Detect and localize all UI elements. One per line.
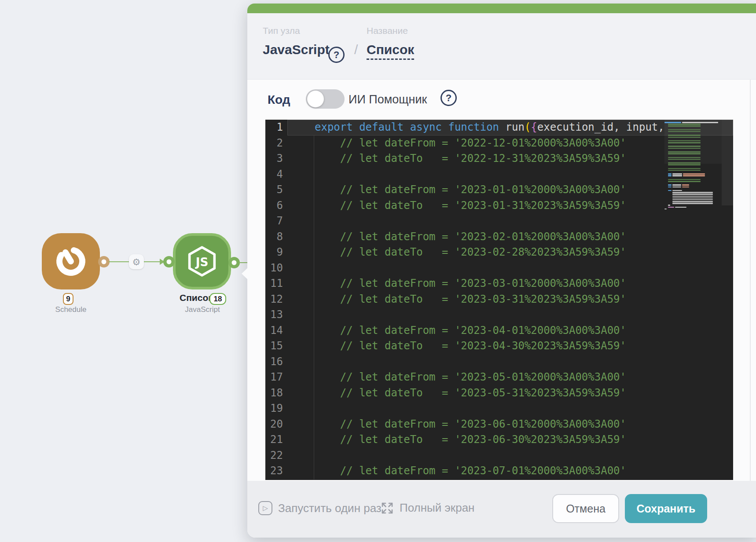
run-once-label: Запустить один раз [278, 502, 382, 515]
schedule-output-port[interactable] [98, 256, 110, 267]
code-editor[interactable]: 1export default async function run({exec… [265, 120, 733, 480]
nodejs-js-icon: JS [186, 245, 218, 277]
line-number: 14 [265, 323, 283, 339]
help-icon[interactable]: ? [328, 47, 345, 63]
minimap-row [664, 209, 733, 210]
toggle-knob [307, 91, 324, 107]
line-number: 5 [265, 182, 283, 198]
code-line: 9 // let dateTo = '2023-02-28%2023%3A59%… [265, 245, 733, 260]
code-section-label: Код [268, 93, 290, 107]
play-icon: ▷ [258, 501, 272, 515]
editor-scrollbar[interactable] [722, 120, 733, 205]
line-number: 1 [265, 120, 283, 136]
fullscreen-label: Полный экран [400, 501, 474, 515]
javascript-node-name: Список [180, 293, 213, 303]
minimap-viewport [664, 120, 722, 164]
line-number: 19 [265, 401, 283, 417]
connection-settings-gear-icon[interactable]: ⚙ [129, 254, 144, 269]
cancel-button[interactable]: Отмена [552, 494, 619, 523]
port-dot [167, 260, 172, 264]
code-line: 16 [265, 354, 733, 370]
modal-accent-bar [247, 4, 756, 13]
code-line: 21 // let dateTo = '2023-06-30%2023%3A59… [265, 432, 733, 448]
line-number: 21 [265, 432, 283, 448]
code-line: 14 // let dateFrom = '2023-04-01%2000%3A… [265, 323, 733, 339]
schedule-count-badge: 9 [63, 293, 73, 305]
javascript-output-port[interactable] [228, 257, 240, 268]
line-number: 7 [265, 213, 283, 229]
line-number: 22 [265, 448, 283, 464]
ai-help-icon[interactable]: ? [440, 90, 457, 106]
line-number: 18 [265, 385, 283, 401]
minimap-row [664, 207, 733, 208]
modal-footer: ▷ Запустить один раз Полный экран Отмена… [247, 481, 756, 538]
port-dot [232, 260, 237, 265]
separator: / [354, 42, 358, 57]
code-line: 15 // let dateTo = '2023-04-30%2023%3A59… [265, 338, 733, 354]
timer-icon [54, 244, 88, 278]
javascript-node-type-label: JavaScript [176, 305, 229, 314]
ai-assistant-label: ИИ Помощник [349, 93, 427, 106]
javascript-node[interactable]: JS [173, 233, 231, 289]
line-number: 17 [265, 370, 283, 385]
svg-text:JS: JS [195, 256, 209, 269]
run-once-button[interactable]: ▷ Запустить один раз [258, 501, 382, 515]
line-number: 12 [265, 292, 283, 308]
line-number: 8 [265, 229, 283, 245]
line-number: 3 [265, 151, 283, 167]
port-dot [102, 260, 106, 264]
node-type-label: Тип узла [263, 26, 300, 36]
code-line: 18 // let dateTo = '2023-05-31%2023%3A59… [265, 385, 733, 401]
line-number: 15 [265, 338, 283, 354]
save-button[interactable]: Сохранить [625, 494, 707, 523]
javascript-input-port[interactable] [163, 256, 175, 267]
line-number: 2 [265, 136, 283, 151]
line-number: 10 [265, 260, 283, 276]
line-number: 20 [265, 417, 283, 432]
code-line: 8 // let dateFrom = '2023-02-01%2000%3A0… [265, 229, 733, 245]
code-line: 20 // let dateFrom = '2023-06-01%2000%3A… [265, 417, 733, 432]
code-line: 10 [265, 260, 733, 276]
code-line: 1export default async function run({exec… [265, 120, 733, 136]
line-number: 13 [265, 307, 283, 323]
schedule-node-label: Schedule [42, 305, 100, 314]
code-line: 17 // let dateFrom = '2023-05-01%2000%3A… [265, 370, 733, 385]
node-name-input[interactable]: Список [367, 42, 414, 60]
code-line: 23 // let dateFrom = '2023-07-01%2000%3A… [265, 463, 733, 479]
javascript-count-badge: 18 [209, 293, 226, 305]
code-line: 7 [265, 213, 733, 229]
code-line: 3 // let dateTo = '2022-12-31%2023%3A59%… [265, 151, 733, 167]
schedule-node[interactable] [42, 233, 100, 289]
editor-minimap[interactable] [664, 122, 733, 478]
fullscreen-icon [381, 502, 394, 515]
modal-pointer-beak [242, 264, 251, 283]
line-number: 6 [265, 198, 283, 214]
ai-assistant-toggle[interactable] [306, 89, 345, 109]
fullscreen-button[interactable]: Полный экран [381, 501, 474, 515]
line-number: 23 [265, 463, 283, 479]
code-line: 4 [265, 167, 733, 183]
code-line: 13 [265, 307, 733, 323]
line-number: 4 [265, 167, 283, 183]
code-line: 2 // let dateFrom = '2022-12-01%2000%3A0… [265, 136, 733, 151]
node-type-value: JavaScript [263, 42, 330, 57]
line-number: 11 [265, 276, 283, 292]
code-rows: 1export default async function run({exec… [265, 120, 733, 479]
modal-header: Тип узла JavaScript ? / Название Список [247, 13, 756, 80]
panel-divider [750, 80, 751, 481]
code-line: 6 // let dateTo = '2023-01-31%2023%3A59%… [265, 198, 733, 214]
code-line: 5 // let dateFrom = '2023-01-01%2000%3A0… [265, 182, 733, 198]
code-line: 12 // let dateTo = '2023-03-31%2023%3A59… [265, 292, 733, 308]
node-editor-modal: Тип узла JavaScript ? / Название Список … [247, 4, 756, 538]
code-line: 11 // let dateFrom = '2023-03-01%2000%3A… [265, 276, 733, 292]
node-name-label: Название [367, 26, 408, 36]
code-line: 22 [265, 448, 733, 464]
line-number: 9 [265, 245, 283, 260]
line-number: 16 [265, 354, 283, 370]
code-line: 19 [265, 401, 733, 417]
